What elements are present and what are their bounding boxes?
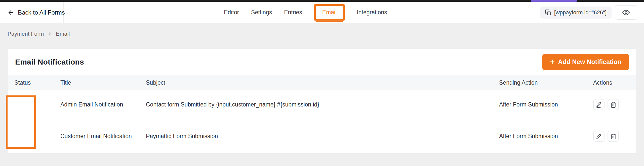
pencil-icon <box>596 101 602 108</box>
table-row: Customer Email Notification Paymattic Fo… <box>8 119 636 153</box>
column-actions: Actions <box>593 79 629 86</box>
app-header: Back to All Forms Editor Settings Entrie… <box>0 2 644 23</box>
trash-icon <box>610 101 617 108</box>
form-tabs: Editor Settings Entries Email Integratio… <box>224 2 387 23</box>
plus-icon: + <box>550 57 555 66</box>
edit-button[interactable] <box>593 99 605 110</box>
table-row: Admin Email Notification Contact form Su… <box>8 90 636 119</box>
progress-segment <box>531 0 577 2</box>
breadcrumb-email: Email <box>56 31 70 37</box>
trash-icon <box>610 133 617 140</box>
tab-settings[interactable]: Settings <box>251 9 272 16</box>
chevron-right-icon <box>47 31 52 36</box>
status-cell <box>14 102 60 107</box>
back-label: Back to All Forms <box>18 9 65 16</box>
status-cell <box>14 134 60 139</box>
tab-integrations[interactable]: Integrations <box>357 9 387 16</box>
shortcode-copy-button[interactable]: [wppayform id="626"] <box>540 7 612 19</box>
subject-cell: Paymattic Form Submission <box>146 133 499 140</box>
sending-action-cell: After Form Submission <box>499 133 593 140</box>
actions-cell <box>593 131 629 142</box>
email-notifications-panel: Email Notifications + Add New Notificati… <box>8 49 636 153</box>
subject-cell: Contact form Submitted by {input.custome… <box>146 101 499 108</box>
tab-editor[interactable]: Editor <box>224 9 239 16</box>
header-right-actions: [wppayform id="626"] <box>540 2 637 23</box>
column-status: Status <box>14 79 60 86</box>
tab-email-annotation-box: Email <box>314 4 345 21</box>
pencil-icon <box>596 133 602 140</box>
column-sending-action: Sending Action <box>499 79 593 86</box>
table-header-row: Status Title Subject Sending Action Acti… <box>8 75 636 90</box>
toggle-knob <box>8 103 12 109</box>
actions-cell <box>593 99 629 110</box>
browser-progress-strip <box>0 0 644 2</box>
toggle-knob <box>8 135 12 141</box>
arrow-left-icon <box>8 9 14 16</box>
active-tab-underline <box>316 21 343 22</box>
shortcode-text: [wppayform id="626"] <box>554 9 607 16</box>
preview-button[interactable] <box>615 5 637 20</box>
eye-icon <box>622 9 630 16</box>
sending-action-cell: After Form Submission <box>499 101 593 108</box>
tab-entries[interactable]: Entries <box>284 9 302 16</box>
title-cell: Admin Email Notification <box>60 101 146 108</box>
tab-email[interactable]: Email <box>322 9 337 16</box>
column-subject: Subject <box>146 79 499 86</box>
back-to-all-forms-button[interactable]: Back to All Forms <box>0 2 64 23</box>
add-new-notification-button[interactable]: + Add New Notification <box>542 54 629 70</box>
copy-icon <box>545 9 551 16</box>
column-title: Title <box>60 79 146 86</box>
panel-header: Email Notifications + Add New Notificati… <box>8 49 636 75</box>
breadcrumb: Payment Form Email <box>8 30 70 38</box>
delete-button[interactable] <box>608 131 619 142</box>
panel-title: Email Notifications <box>15 58 84 66</box>
breadcrumb-payment-form[interactable]: Payment Form <box>8 31 44 37</box>
title-cell: Customer Email Notification <box>60 133 146 140</box>
edit-button[interactable] <box>593 131 605 142</box>
add-button-label: Add New Notification <box>558 58 621 66</box>
delete-button[interactable] <box>608 99 619 110</box>
